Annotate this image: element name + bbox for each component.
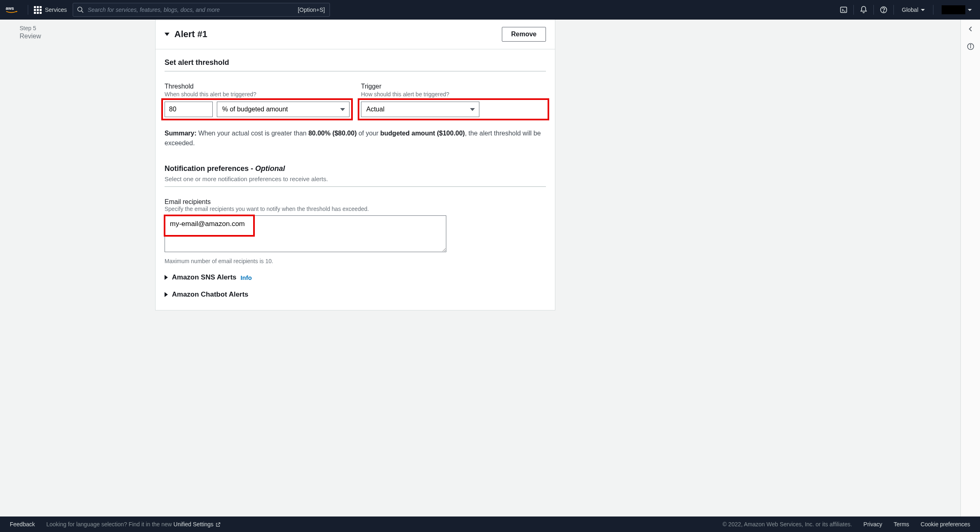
help-icon[interactable] [880,6,888,14]
trigger-value: Actual [366,106,384,113]
caret-down-icon [921,9,925,11]
notifications-icon[interactable] [860,6,868,14]
email-recipients-input[interactable] [165,215,446,252]
threshold-help: When should this alert be triggered? [165,91,350,98]
caret-right-icon [165,275,168,280]
sns-alerts-label: Amazon SNS Alerts [172,273,236,282]
panel-title: Alert #1 [174,29,207,40]
terms-link[interactable]: Terms [893,521,909,528]
svg-text:aws: aws [6,6,14,11]
caret-down-icon [470,108,475,111]
remove-button[interactable]: Remove [502,27,546,42]
copyright: © 2022, Amazon Web Services, Inc. or its… [722,521,852,528]
notification-prefs-title: Notification preferences - Optional [165,164,546,173]
unified-settings-link[interactable]: Unified Settings [174,521,221,528]
search-icon [77,6,84,13]
nav-divider [893,5,894,15]
external-link-icon [215,522,221,528]
sns-alerts-expander[interactable]: Amazon SNS Alerts Info [165,273,546,282]
caret-down-icon [340,108,345,111]
email-recipients-label: Email recipients [165,198,546,206]
chatbot-alerts-expander[interactable]: Amazon Chatbot Alerts [165,290,546,299]
svg-point-9 [970,44,971,45]
info-link[interactable]: Info [241,274,252,281]
section-title-threshold: Set alert threshold [165,58,546,67]
nav-divider [28,5,28,15]
nav-divider [933,5,933,15]
email-recipients-help: Specify the email recipients you want to… [165,206,546,212]
step-name[interactable]: Review [20,33,155,40]
feedback-link[interactable]: Feedback [10,521,35,528]
collapse-panel-icon[interactable] [967,25,974,34]
threshold-input[interactable] [165,102,213,117]
footer: Feedback Looking for language selection?… [0,516,980,532]
services-grid-icon [34,6,42,14]
svg-line-2 [81,11,83,13]
account-menu[interactable] [939,5,974,14]
panel-header: Alert #1 Remove [156,20,555,49]
search-input[interactable] [73,3,330,17]
threshold-label: Threshold [165,83,350,90]
privacy-link[interactable]: Privacy [864,521,882,528]
trigger-help: How should this alert be triggered? [361,91,546,98]
search-shortcut: [Option+S] [298,7,325,13]
notification-prefs-sub: Select one or more notification preferen… [165,175,546,182]
section-divider [165,71,546,71]
section-divider [165,186,546,187]
alert-panel: Alert #1 Remove Set alert threshold Thre… [155,20,555,310]
panel-header-toggle[interactable]: Alert #1 [165,29,207,40]
footer-lang-msg: Looking for language selection? Find it … [46,521,220,528]
cloudshell-icon[interactable] [840,6,848,14]
threshold-unit-label: % of budgeted amount [222,106,288,113]
nav-divider [873,5,874,15]
info-panel-icon[interactable] [967,42,975,52]
threshold-summary: Summary: When your actual cost is greate… [165,129,546,148]
threshold-unit-select[interactable]: % of budgeted amount [217,102,350,117]
region-selector[interactable]: Global [900,7,927,13]
aws-logo[interactable]: aws [6,5,22,15]
cookie-prefs-link[interactable]: Cookie preferences [921,521,970,528]
svg-rect-3 [840,7,846,12]
collapse-icon [165,33,169,36]
chatbot-alerts-label: Amazon Chatbot Alerts [172,290,248,299]
svg-point-1 [78,7,82,11]
trigger-select[interactable]: Actual [361,102,479,117]
account-redacted [942,5,965,14]
right-rail [960,20,980,516]
nav-divider [853,5,854,15]
services-menu[interactable]: Services [34,6,67,14]
wizard-steps-sidebar: Step 5 Review [0,20,155,516]
top-nav: aws Services [Option+S] Global [0,0,980,20]
svg-point-6 [883,11,884,12]
services-label: Services [45,7,67,13]
search-wrap: [Option+S] [73,3,330,17]
trigger-label: Trigger [361,83,546,90]
caret-right-icon [165,292,168,297]
svg-line-10 [218,523,220,525]
region-label: Global [902,7,918,13]
step-number: Step 5 [20,24,155,33]
email-recipients-hint: Maximum number of email recipients is 10… [165,258,546,264]
caret-down-icon [968,9,972,11]
